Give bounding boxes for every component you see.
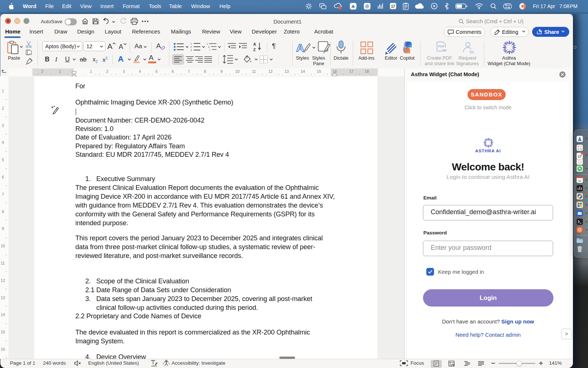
svg-text:2: 2 bbox=[190, 45, 192, 49]
svg-text:1: 1 bbox=[207, 43, 208, 45]
svg-text:i: i bbox=[209, 49, 210, 51]
svg-text:2: 2 bbox=[581, 153, 582, 155]
svg-text:3: 3 bbox=[190, 49, 192, 52]
svg-text:A: A bbox=[253, 42, 256, 46]
svg-text:17: 17 bbox=[391, 4, 395, 8]
svg-text:A: A bbox=[296, 42, 304, 54]
svg-text:a: a bbox=[208, 46, 209, 48]
svg-text:1: 1 bbox=[190, 42, 192, 45]
svg-text:Z: Z bbox=[253, 47, 256, 52]
svg-text:31: 31 bbox=[578, 179, 581, 183]
svg-text:17: 17 bbox=[578, 155, 581, 158]
